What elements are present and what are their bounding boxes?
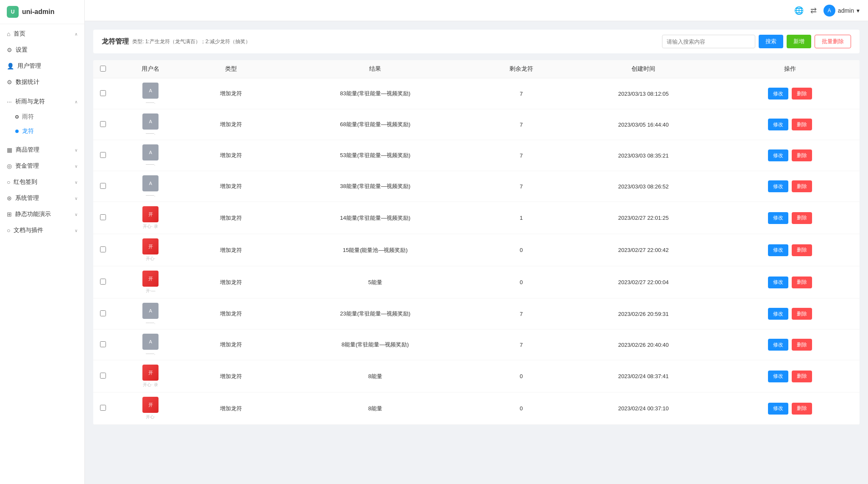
language-icon[interactable]: 🌐 — [794, 6, 804, 15]
sidebar-item-system-mgmt[interactable]: ⊛ 系统管理 ∨ — [0, 190, 84, 206]
cell-result: 8能量 — [274, 393, 476, 425]
row-checkbox-cell[interactable] — [93, 266, 113, 299]
edit-button[interactable]: 修改 — [768, 212, 788, 224]
delete-button[interactable]: 删除 — [792, 119, 812, 130]
row-checkbox-cell[interactable] — [93, 299, 113, 329]
table-row: A ——. 增加龙符 68能量(常驻能量—视频奖励) 7 2023/03/05 … — [93, 109, 860, 140]
username-sub: 开心· 录 — [143, 224, 158, 230]
row-checkbox[interactable] — [100, 152, 106, 158]
delete-button[interactable]: 删除 — [792, 339, 812, 351]
edit-button[interactable]: 修改 — [768, 403, 788, 415]
edit-button[interactable]: 修改 — [768, 277, 788, 288]
row-checkbox[interactable] — [100, 310, 106, 316]
row-checkbox[interactable] — [100, 183, 106, 189]
edit-button[interactable]: 修改 — [768, 180, 788, 192]
topbar: 🌐 ⇄ A admin ▾ — [85, 0, 868, 21]
delete-button[interactable]: 删除 — [792, 403, 812, 415]
sidebar-item-rain-dragon[interactable]: ··· 祈雨与龙符 ∧ — [0, 94, 84, 110]
row-checkbox[interactable] — [100, 373, 106, 379]
action-buttons: 修改 删除 — [727, 119, 853, 130]
sidebar-item-redpacket[interactable]: ○ 红包签到 ∨ — [0, 174, 84, 190]
table-header-row: 用户名 类型 结果 剩余龙符 创建时间 操作 — [93, 60, 860, 78]
delete-button[interactable]: 删除 — [792, 371, 812, 382]
cell-remaining: 0 — [476, 234, 566, 266]
cell-actions: 修改 删除 — [721, 78, 860, 109]
cell-type: 增加龙符 — [188, 360, 274, 393]
sidebar-item-rain-symbol[interactable]: 雨符 — [0, 110, 84, 124]
new-button[interactable]: 新增 — [787, 35, 811, 48]
user-avatar-img: A — [142, 303, 159, 319]
row-checkbox[interactable] — [100, 90, 106, 96]
batch-delete-button[interactable]: 批量删除 — [815, 35, 851, 48]
user-avatar-img: A — [142, 334, 159, 350]
delete-button[interactable]: 删除 — [792, 88, 812, 100]
sidebar-item-static-demo[interactable]: ⊞ 静态功能演示 ∨ — [0, 206, 84, 222]
header-checkbox-cell[interactable] — [93, 60, 113, 78]
edit-button[interactable]: 修改 — [768, 88, 788, 100]
delete-button[interactable]: 删除 — [792, 244, 812, 256]
row-checkbox-cell[interactable] — [93, 360, 113, 393]
search-input[interactable] — [662, 35, 755, 48]
cell-actions: 修改 删除 — [721, 140, 860, 171]
sidebar-item-home[interactable]: ⌂ 首页 ∧ — [0, 26, 84, 42]
sidebar-item-product-mgmt[interactable]: ▦ 商品管理 ∨ — [0, 142, 84, 158]
col-actions: 操作 — [721, 60, 860, 78]
sidebar-item-settings[interactable]: ⚙ 设置 — [0, 42, 84, 58]
cell-username: A ——. — [113, 78, 188, 109]
redpacket-label: 红包签到 — [14, 178, 37, 186]
row-checkbox-cell[interactable] — [93, 202, 113, 234]
cell-created-at: 2023/03/03 08:35:21 — [566, 140, 721, 171]
action-buttons: 修改 删除 — [727, 149, 853, 161]
cell-actions: 修改 删除 — [721, 171, 860, 202]
delete-button[interactable]: 删除 — [792, 180, 812, 192]
action-buttons: 修改 删除 — [727, 339, 853, 351]
sidebar-item-user-mgmt[interactable]: 👤 用户管理 — [0, 58, 84, 74]
edit-button[interactable]: 修改 — [768, 339, 788, 351]
delete-button[interactable]: 删除 — [792, 212, 812, 224]
cell-type: 增加龙符 — [188, 171, 274, 202]
edit-button[interactable]: 修改 — [768, 149, 788, 161]
sidebar-item-data-stats[interactable]: ⚙ 数据统计 — [0, 74, 84, 90]
edit-button[interactable]: 修改 — [768, 119, 788, 130]
action-buttons: 修改 删除 — [727, 180, 853, 192]
row-checkbox[interactable] — [100, 341, 106, 347]
row-checkbox-cell[interactable] — [93, 140, 113, 171]
user-card: A ——. — [120, 175, 181, 197]
row-checkbox-cell[interactable] — [93, 171, 113, 202]
home-icon: ⌂ — [7, 30, 10, 37]
row-checkbox-cell[interactable] — [93, 109, 113, 140]
logo-area[interactable]: U uni-admin — [0, 0, 84, 24]
row-checkbox[interactable] — [100, 279, 106, 285]
cell-username: A ——. — [113, 171, 188, 202]
edit-button[interactable]: 修改 — [768, 244, 788, 256]
row-checkbox[interactable] — [100, 121, 106, 127]
select-all-checkbox[interactable] — [100, 66, 106, 72]
delete-button[interactable]: 删除 — [792, 149, 812, 161]
delete-button[interactable]: 删除 — [792, 308, 812, 320]
settings-icon: ⚙ — [7, 47, 12, 53]
cell-actions: 修改 删除 — [721, 299, 860, 329]
search-button[interactable]: 搜索 — [759, 35, 783, 48]
row-checkbox-cell[interactable] — [93, 393, 113, 425]
user-menu[interactable]: A admin ▾ — [823, 5, 860, 17]
nav-section-rain-dragon: ··· 祈雨与龙符 ∧ 雨符 龙符 — [0, 92, 84, 140]
cell-result: 8能量 — [274, 360, 476, 393]
delete-button[interactable]: 删除 — [792, 277, 812, 288]
row-checkbox[interactable] — [100, 214, 106, 220]
username-sub: ——. — [146, 320, 156, 325]
row-checkbox[interactable] — [100, 405, 106, 411]
edit-button[interactable]: 修改 — [768, 308, 788, 320]
cell-actions: 修改 删除 — [721, 393, 860, 425]
edit-button[interactable]: 修改 — [768, 371, 788, 382]
sidebar-item-asset-mgmt[interactable]: ◎ 资金管理 ∨ — [0, 158, 84, 174]
translate-icon[interactable]: ⇄ — [810, 6, 817, 15]
col-type: 类型 — [188, 60, 274, 78]
sidebar-item-docs-plugins[interactable]: ○ 文档与插件 ∨ — [0, 222, 84, 238]
row-checkbox-cell[interactable] — [93, 329, 113, 360]
row-checkbox-cell[interactable] — [93, 234, 113, 266]
cell-remaining: 7 — [476, 109, 566, 140]
sidebar-item-dragon-symbol[interactable]: 龙符 — [0, 124, 84, 138]
row-checkbox[interactable] — [100, 246, 106, 252]
row-checkbox-cell[interactable] — [93, 78, 113, 109]
static-icon: ⊞ — [7, 211, 12, 218]
